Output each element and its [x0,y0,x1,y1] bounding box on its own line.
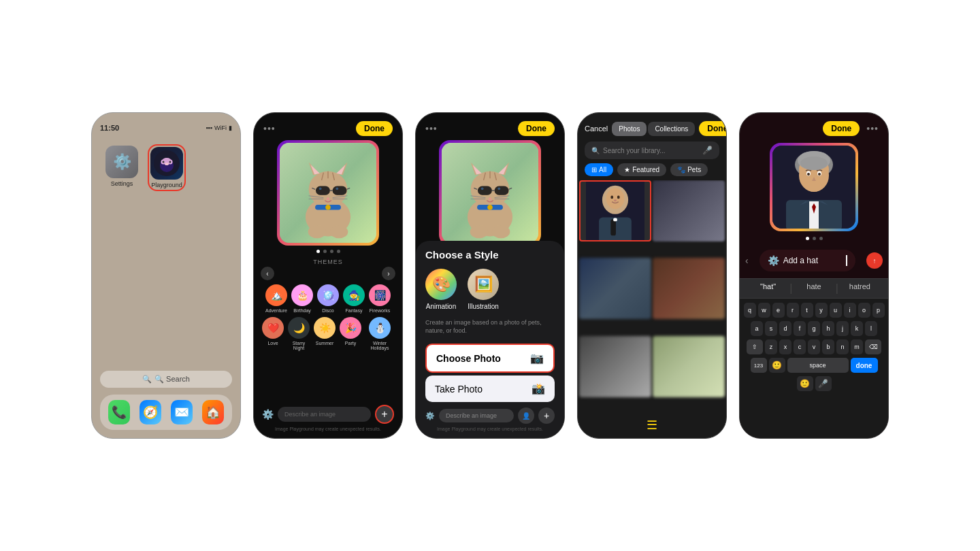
theme-love[interactable]: ❤️ Love [262,317,284,350]
key-p[interactable]: p [872,303,885,318]
key-n[interactable]: n [836,339,849,354]
bottom-menu-icon[interactable]: ☰ [647,418,657,433]
screen5-back-arrow[interactable]: ‹ [745,255,749,266]
key-c[interactable]: c [794,339,806,354]
themes-prev[interactable]: ‹ [261,267,274,280]
screen3-input[interactable]: Describe an image [439,409,514,422]
settings-app[interactable]: ⚙️ Settings [105,146,138,190]
key-i[interactable]: i [844,303,856,318]
key-t[interactable]: t [801,303,813,318]
filter-pets[interactable]: 🐾 Pets [670,163,708,176]
autocomplete-hate[interactable]: hate [792,282,835,295]
photo-blurred4[interactable] [579,336,651,397]
key-j[interactable]: j [836,321,849,336]
key-s[interactable]: s [765,321,777,336]
key-g[interactable]: g [808,321,820,336]
filter-featured[interactable]: ★ Featured [617,163,666,176]
safari-dock-icon[interactable]: 🧭 [140,400,161,424]
media-tabs: Photos Collections [612,122,695,136]
home-dock-icon[interactable]: 🏠 [202,400,224,424]
key-y[interactable]: y [815,303,828,318]
photo-blurred3[interactable] [653,258,725,319]
theme-starry-label: Starry Night [288,341,310,350]
mail-dock-icon[interactable]: ✉️ [171,400,193,424]
image-description-input[interactable]: Describe an image [278,407,371,422]
autocomplete-hatred[interactable]: hatred [838,282,881,295]
search-bar[interactable]: 🔍 🔍 Search [100,371,232,388]
photo-blurred2[interactable] [579,258,651,319]
screen5-done-button[interactable]: Done [823,121,860,136]
gear-icon[interactable]: ⚙️ [262,409,274,420]
theme-party[interactable]: 🎉 Party [340,317,361,350]
num-key[interactable]: 123 [751,358,767,373]
key-a[interactable]: a [751,321,763,336]
screen3-cat-image-box [439,140,541,246]
tab-collections[interactable]: Collections [648,122,695,136]
mic-bottom-key[interactable]: 🎤 [815,376,832,391]
key-k[interactable]: k [851,321,863,336]
key-m[interactable]: m [851,339,863,354]
filter-all[interactable]: ⊞ All [585,163,613,176]
screen3-plus-button[interactable]: + [538,407,555,424]
theme-fantasy[interactable]: 🧙 Fantasy [343,284,365,313]
theme-birthday[interactable]: 🎂 Birthday [291,284,313,313]
emoji-bottom-key[interactable]: 🙂 [797,376,813,391]
key-b[interactable]: b [822,339,834,354]
text-input-area[interactable]: ⚙️ Add a hat [760,250,855,271]
theme-adventure[interactable]: 🏔️ Adventure [265,284,287,313]
key-z[interactable]: z [765,339,777,354]
done-button[interactable]: Done [356,121,393,136]
key-h[interactable]: h [822,321,834,336]
autocomplete-hat-quoted[interactable]: "hat" [747,282,789,295]
key-d[interactable]: d [779,321,791,336]
key-f[interactable]: f [794,321,806,336]
key-l[interactable]: l [865,321,877,336]
delete-key[interactable]: ⌫ [865,339,881,354]
theme-disco[interactable]: 🪩 Disco [317,284,339,313]
screen3-gear-icon[interactable]: ⚙️ [425,412,435,420]
key-w[interactable]: w [758,303,770,318]
screen5-send-button[interactable]: ↑ [866,252,883,269]
key-u[interactable]: u [830,303,842,318]
done-key[interactable]: done [851,358,878,373]
illustration-style[interactable]: 🖼️ Illustration [468,269,499,310]
theme-summer[interactable]: ☀️ Summer [314,317,336,350]
theme-winter[interactable]: ⛄ Winter Holidays [365,317,394,350]
add-button[interactable]: + [375,405,394,424]
mic-icon[interactable]: 🎤 [702,146,713,155]
emoji-key[interactable]: 🙂 [769,358,785,373]
key-q[interactable]: q [744,303,756,318]
key-v[interactable]: v [808,339,820,354]
generated-image-area [254,140,402,246]
more-options-icon[interactable]: ••• [263,123,276,134]
take-photo-button[interactable]: Take Photo 📸 [425,375,555,402]
playground-app[interactable]: Playground [148,144,186,191]
phone-dock-icon[interactable]: 📞 [108,400,130,424]
screen3-done-button[interactable]: Done [518,121,555,136]
cancel-button[interactable]: Cancel [585,124,608,133]
themes-next[interactable]: › [382,267,395,280]
screen3-more-icon[interactable]: ••• [425,123,438,134]
paw-icon: 🐾 [677,166,685,173]
photo-search-bar[interactable]: 🔍 Search your library... 🎤 [585,141,719,159]
key-x[interactable]: x [779,339,791,354]
screen3-person-icon[interactable]: 👤 [518,407,534,424]
theme-starry[interactable]: 🌙 Starry Night [288,317,310,350]
animation-style[interactable]: 🎨 Animation [425,269,457,310]
theme-party-label: Party [345,341,356,346]
theme-fireworks[interactable]: 🎆 Fireworks [369,284,391,313]
key-o[interactable]: o [858,303,870,318]
photo-blurred1[interactable] [653,180,725,241]
choose-photo-button[interactable]: Choose Photo 📷 [425,344,555,373]
screen5-more-icon[interactable]: ••• [866,123,879,134]
photo-person[interactable] [579,180,651,241]
screen4-done-button[interactable]: Done [699,121,727,136]
space-key[interactable]: space [787,358,849,373]
svg-rect-41 [478,186,492,195]
key-r[interactable]: r [787,303,799,318]
tab-photos[interactable]: Photos [612,122,647,136]
shift-key[interactable]: ⇧ [747,339,763,354]
photo-blurred5[interactable] [653,336,725,397]
screen5-gear-icon[interactable]: ⚙️ [768,255,779,266]
key-e[interactable]: e [772,303,785,318]
